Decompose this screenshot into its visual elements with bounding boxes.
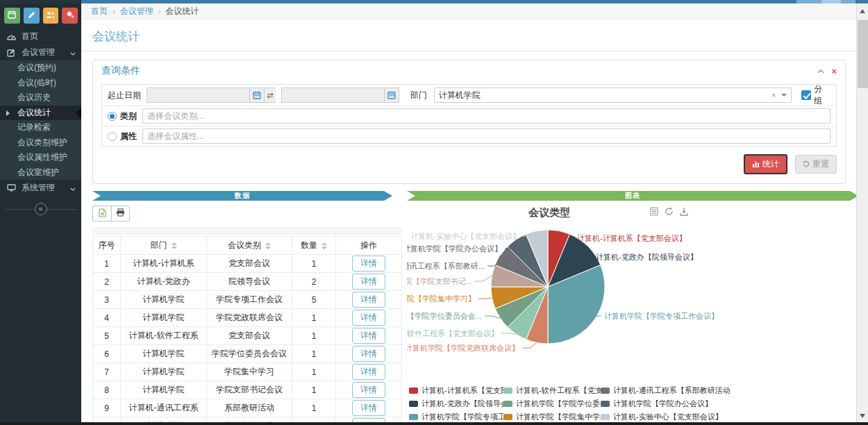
sidebar-item-label: 首页 xyxy=(22,31,76,42)
detail-button[interactable]: 详情 xyxy=(352,328,385,344)
sort-icon[interactable] xyxy=(322,242,327,249)
table-cell: 计算机-党政办 xyxy=(121,273,207,291)
statistics-button[interactable]: 统计 xyxy=(744,154,787,174)
sidebar-item-home[interactable]: 首页 xyxy=(0,28,81,44)
legend-item[interactable]: 计算机-计算机系【党支部会议】 xyxy=(409,385,503,395)
clear-selection-icon[interactable]: × xyxy=(771,91,776,99)
table-cell: 5 xyxy=(93,327,121,345)
legend-item[interactable]: 计算机学院【学院学位委员会会议】 xyxy=(503,399,601,408)
detail-button[interactable]: 详情 xyxy=(352,346,385,362)
attribute-radio[interactable] xyxy=(108,132,117,141)
sidebar-subitem[interactable]: 会议历史 xyxy=(0,90,81,106)
start-date-calendar-icon[interactable] xyxy=(249,88,265,103)
scroll-up-arrow-icon[interactable] xyxy=(860,9,865,13)
pie-label: 计算机学院【学院学位委员会会... xyxy=(407,312,482,320)
detail-button[interactable]: 详情 xyxy=(352,256,385,272)
column-header-category[interactable]: 会议类别 xyxy=(207,237,292,255)
query-panel-title: 查询条件 xyxy=(101,65,817,77)
pie-label-line xyxy=(485,316,501,319)
detail-button[interactable]: 详情 xyxy=(352,310,385,326)
close-panel-icon[interactable]: × xyxy=(831,67,837,76)
table-cell: 党支部会议 xyxy=(207,255,292,273)
table-action-cell: 详情 xyxy=(336,381,402,399)
download-icon[interactable] xyxy=(680,207,688,218)
collapse-panel-icon[interactable] xyxy=(817,67,824,75)
legend-swatch xyxy=(503,414,512,420)
legend-item[interactable]: 计算机-软件工程系【党支部会议】 xyxy=(503,385,601,395)
category-input[interactable] xyxy=(142,108,831,124)
detail-button[interactable]: 详情 xyxy=(352,400,385,416)
sidebar-item-system-management[interactable]: 系统管理 xyxy=(0,180,81,196)
users-shortcut-button[interactable] xyxy=(43,8,59,24)
table-toolbar xyxy=(92,206,401,222)
category-radio[interactable] xyxy=(108,112,117,121)
attribute-row: 属性 xyxy=(102,126,836,146)
table-action-cell: 详情 xyxy=(336,363,402,381)
detail-button[interactable]: 详情 xyxy=(352,292,385,308)
column-header-no[interactable]: 序号 xyxy=(93,237,121,255)
legend-item[interactable]: 计算机-实验中心【党支部会议】 xyxy=(601,412,858,422)
calendar-shortcut-button[interactable] xyxy=(4,8,20,24)
department-select[interactable]: 计算机学院 × xyxy=(434,88,792,103)
sidebar-subitem[interactable]: 会议属性维护 xyxy=(0,150,81,165)
column-header-dept[interactable]: 部门 xyxy=(121,237,207,255)
detail-button[interactable]: 详情 xyxy=(352,382,385,398)
table-cell: 2 xyxy=(292,273,336,291)
detail-button[interactable]: 详情 xyxy=(352,364,385,380)
sidebar-subitem[interactable]: 会议(预约) xyxy=(0,60,81,76)
table-cell: 学院专项工作会议 xyxy=(207,291,292,309)
legend-label: 计算机-实验中心【党支部会议】 xyxy=(613,412,723,422)
sidebar-collapse-button[interactable]: « xyxy=(35,203,47,215)
vertical-scrollbar[interactable] xyxy=(856,3,868,425)
print-button[interactable] xyxy=(111,206,130,222)
start-date-input[interactable] xyxy=(147,88,249,103)
start-date-group xyxy=(147,88,265,103)
legend-item[interactable]: 计算机-党政办【院领导会议】 xyxy=(409,399,503,408)
sort-icon[interactable] xyxy=(172,242,177,249)
legend-item[interactable]: 计算机学院【学院集中学习】 xyxy=(503,412,601,422)
refresh-icon[interactable] xyxy=(665,207,674,218)
legend-label: 计算机-计算机系【党支部会议】 xyxy=(422,385,503,395)
export-excel-button[interactable] xyxy=(92,206,111,222)
results-section: 数据 序号 部门 xyxy=(92,191,846,425)
table-cell: 系部教研活动 xyxy=(207,399,292,417)
end-date-input[interactable] xyxy=(281,88,384,103)
legend-label: 计算机-党政办【院领导会议】 xyxy=(422,399,503,408)
data-column: 数据 序号 部门 xyxy=(92,191,401,425)
pie-label: 计算机-党政办【院领导会议】 xyxy=(596,253,698,261)
table-cell: 计算机学院 xyxy=(121,381,207,399)
edit-shortcut-button[interactable] xyxy=(24,8,40,24)
group-checkbox[interactable] xyxy=(801,90,811,100)
sidebar-subitem[interactable]: 会议(临时) xyxy=(0,76,81,91)
scrollbar-thumb[interactable] xyxy=(858,20,868,88)
detail-button[interactable]: 详情 xyxy=(352,274,385,290)
breadcrumb-item[interactable]: 会议管理 xyxy=(120,6,153,17)
sidebar-subitem[interactable]: 会议类别维护 xyxy=(0,135,81,151)
sort-icon[interactable] xyxy=(265,242,271,249)
pie-label-line xyxy=(501,333,516,334)
sidebar-subitem[interactable]: 会议统计 xyxy=(0,106,81,121)
sidebar-item-meeting-management[interactable]: 会议管理 xyxy=(0,44,81,60)
sidebar-subitem[interactable]: 会议室维护 xyxy=(0,165,81,181)
table-cell: 学院集中学习 xyxy=(207,363,292,381)
table-fixed-header-strip xyxy=(92,227,401,235)
column-header-count[interactable]: 数量 xyxy=(292,237,336,255)
department-label: 部门 xyxy=(410,90,427,101)
legend-item[interactable]: 计算机-通讯工程系【系部教研活动 xyxy=(601,385,858,395)
scroll-down-arrow-icon[interactable] xyxy=(860,414,865,418)
pie-label-line xyxy=(522,342,537,348)
group-checkbox-wrap[interactable]: 分组 xyxy=(801,83,831,107)
sidebar-subitem[interactable]: 记录检索 xyxy=(0,120,81,135)
query-buttons-row: 统计 重置 xyxy=(93,147,845,183)
breadcrumb-item[interactable]: 首页 xyxy=(91,6,108,17)
breadcrumb-separator: › xyxy=(112,7,115,15)
reset-button[interactable]: 重置 xyxy=(795,155,837,174)
settings-shortcut-button[interactable] xyxy=(62,8,78,24)
end-date-calendar-icon[interactable] xyxy=(384,88,399,103)
sidebar-menu-bottom: 系统管理 xyxy=(0,180,81,196)
legend-item[interactable]: 计算机学院【学院办公会议】 xyxy=(601,399,858,408)
data-view-icon[interactable] xyxy=(650,207,658,218)
table-action-cell: 详情 xyxy=(336,399,402,417)
legend-item[interactable]: 计算机学院【学院专项工作会议】 xyxy=(409,412,503,422)
attribute-input[interactable] xyxy=(142,128,831,144)
